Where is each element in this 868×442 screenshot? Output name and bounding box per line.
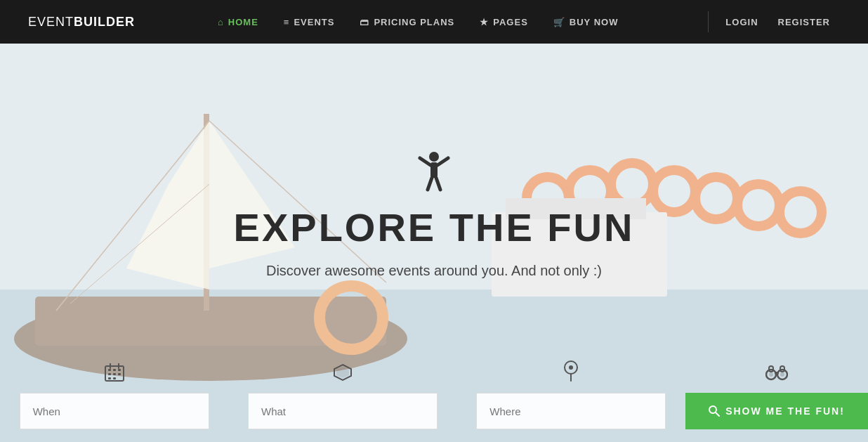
search-button-icon <box>709 405 720 417</box>
svg-point-46 <box>780 372 784 377</box>
svg-rect-29 <box>113 369 116 371</box>
search-bar: SHOW ME THE FUN! <box>0 358 868 442</box>
svg-marker-39 <box>336 367 349 378</box>
nav-item-home[interactable]: ⌂ HOME <box>205 17 271 27</box>
svg-rect-35 <box>113 377 116 379</box>
brand-text-light: EVENT <box>28 15 74 29</box>
nav-item-buy[interactable]: 🛒 BUY NOW <box>541 17 631 27</box>
hero-subtitle: Discover awesome events around you. And … <box>234 263 635 279</box>
auth-links: LOGIN REGISTER <box>716 17 840 27</box>
nav-item-pages[interactable]: ★ PAGES <box>467 17 541 27</box>
register-link[interactable]: REGISTER <box>768 17 840 27</box>
svg-line-23 <box>420 158 430 165</box>
when-field-wrap <box>0 358 228 442</box>
svg-line-26 <box>436 178 440 190</box>
where-input[interactable] <box>476 393 666 429</box>
hero-content: EXPLORE THE FUN Discover awesome events … <box>234 151 635 335</box>
what-field-wrap <box>228 358 456 442</box>
login-link[interactable]: LOGIN <box>716 17 768 27</box>
tag-icon <box>333 363 353 386</box>
calendar-icon-row <box>105 363 124 386</box>
binoculars-icon-row <box>765 365 788 386</box>
what-input[interactable] <box>248 393 438 429</box>
home-icon: ⌂ <box>218 17 224 27</box>
svg-line-51 <box>716 412 719 416</box>
figure-icon <box>234 151 635 199</box>
tag-icon-row <box>333 363 353 386</box>
navbar: EVENTBUILDER ⌂ HOME ≡ EVENTS 🗃 PRICING P… <box>0 0 868 44</box>
hero-section: EXPLORE THE FUN Discover awesome events … <box>0 44 868 442</box>
svg-point-21 <box>429 152 439 162</box>
binoculars-icon <box>765 365 788 386</box>
hero-title: EXPLORE THE FUN <box>234 204 635 250</box>
search-btn-wrap: SHOW ME THE FUN! <box>685 358 868 442</box>
location-pin-icon <box>563 360 579 386</box>
nav-item-events[interactable]: ≡ EVENTS <box>271 17 348 27</box>
nav-divider <box>708 11 709 32</box>
svg-point-44 <box>769 372 773 377</box>
calendar-icon <box>105 363 124 386</box>
pin-icon-row <box>563 360 579 386</box>
pricing-icon: 🗃 <box>360 17 369 27</box>
svg-rect-47 <box>775 372 779 375</box>
svg-point-41 <box>569 365 573 370</box>
brand-text-bold: BUILDER <box>74 15 135 29</box>
svg-rect-34 <box>108 377 111 379</box>
events-icon: ≡ <box>284 17 290 27</box>
brand-logo[interactable]: EVENTBUILDER <box>28 15 135 30</box>
when-input[interactable] <box>20 393 209 429</box>
svg-rect-30 <box>118 369 121 371</box>
svg-rect-31 <box>108 373 111 375</box>
where-field-wrap <box>457 358 685 442</box>
svg-rect-32 <box>113 373 116 375</box>
pages-icon: ★ <box>480 17 489 27</box>
nav-menu: ⌂ HOME ≡ EVENTS 🗃 PRICING PLANS ★ PAGES <box>135 17 701 27</box>
cart-icon: 🛒 <box>553 17 565 27</box>
search-button-label: SHOW ME THE FUN! <box>725 405 845 417</box>
svg-rect-28 <box>108 369 111 371</box>
svg-rect-33 <box>118 373 121 375</box>
nav-item-pricing[interactable]: 🗃 PRICING PLANS <box>347 17 467 27</box>
search-button[interactable]: SHOW ME THE FUN! <box>685 393 868 429</box>
svg-line-25 <box>428 178 432 190</box>
svg-line-24 <box>438 158 448 165</box>
